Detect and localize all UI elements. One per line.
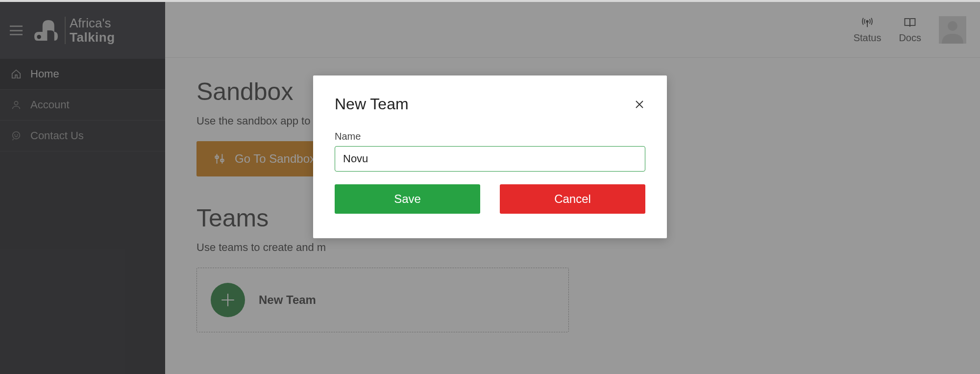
cancel-button[interactable]: Cancel: [500, 184, 645, 214]
team-name-input[interactable]: [335, 146, 645, 172]
modal-title: New Team: [335, 95, 409, 113]
modal-actions: Save Cancel: [335, 184, 645, 214]
modal-header: New Team: [335, 95, 645, 113]
save-button[interactable]: Save: [335, 184, 480, 214]
name-field-label: Name: [335, 131, 645, 142]
modal-overlay[interactable]: New Team Name Save Cancel: [0, 2, 980, 374]
new-team-modal: New Team Name Save Cancel: [313, 75, 667, 238]
close-icon[interactable]: [634, 99, 645, 110]
